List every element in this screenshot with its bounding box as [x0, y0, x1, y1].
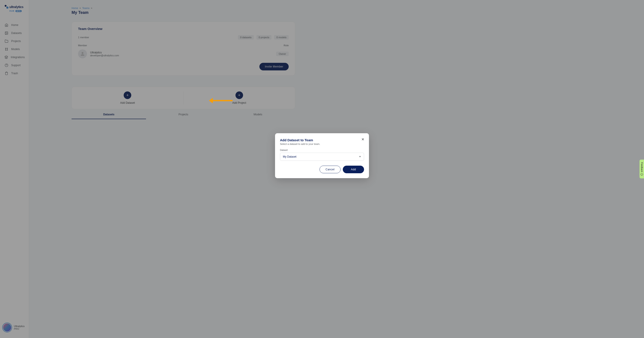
cancel-button[interactable]: Cancel: [320, 166, 322, 169]
modal-title: Add Dataset to Team: [280, 138, 322, 142]
add-dataset-modal: Add Dataset to Team Select a dataset to …: [275, 133, 322, 169]
modal-actions: Cancel Add: [280, 166, 322, 169]
modal-subtitle: Select a dataset to add to your team.: [280, 142, 322, 145]
modal-overlay[interactable]: Add Dataset to Team Select a dataset to …: [0, 0, 322, 169]
select-value: My Dataset: [283, 155, 296, 158]
dataset-select[interactable]: My Dataset ▼: [280, 153, 322, 161]
dataset-field-label: Dataset: [280, 149, 322, 151]
